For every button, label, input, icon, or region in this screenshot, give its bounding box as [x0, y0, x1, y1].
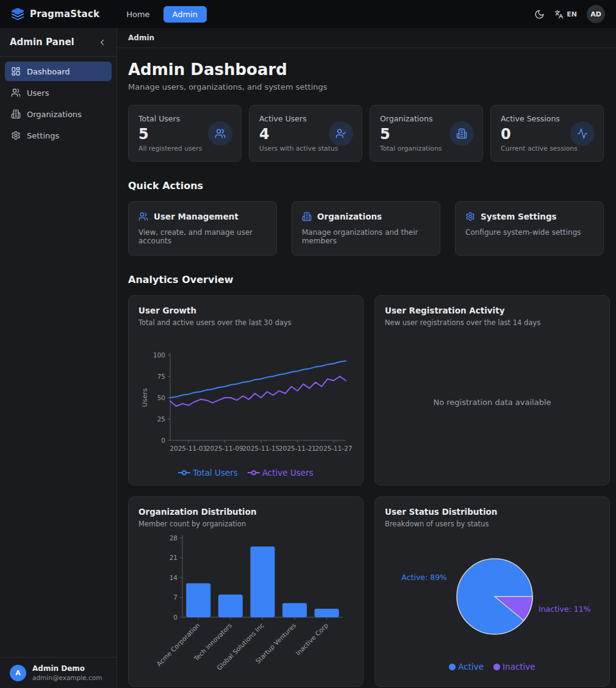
chart-subtitle: Total and active users over the last 30 … [138, 318, 353, 327]
chart-subtitle: New user registrations over the last 14 … [385, 318, 600, 327]
sidebar-title: Admin Panel [10, 37, 74, 48]
nav-link-admin[interactable]: Admin [163, 6, 207, 23]
quick-action-description: View, create, and manage user accounts [138, 228, 267, 245]
user-status-card: User Status Distribution Breakdown of us… [374, 496, 610, 687]
chart-subtitle: Member count by organization [138, 520, 353, 528]
admin-sidebar: Admin Panel Dashboard Users [0, 28, 117, 688]
nav-links: Home Admin [120, 6, 534, 23]
sidebar-item-dashboard[interactable]: Dashboard [5, 62, 112, 81]
svg-text:Users: Users [141, 388, 149, 407]
user-avatar[interactable]: AD [587, 5, 605, 23]
top-navbar: PragmaStack Home Admin EN AD [0, 0, 616, 28]
svg-text:2025-11-21: 2025-11-21 [279, 445, 316, 452]
stat-card-active-sessions: Active Sessions 0 Current active session… [490, 105, 604, 162]
sidebar-item-label: Users [27, 88, 49, 98]
analytics-heading: Analytics Overview [128, 274, 604, 285]
theme-toggle-button[interactable] [534, 9, 545, 20]
quick-action-description: Configure system-wide settings [465, 228, 593, 237]
chart-title: User Registration Activity [385, 306, 600, 315]
chart-subtitle: Breakdown of users by status [385, 520, 600, 528]
quick-action-title: User Management [154, 212, 238, 221]
users-icon [11, 88, 21, 98]
svg-text:2025-11-15: 2025-11-15 [242, 445, 279, 452]
legend-dot-icon [493, 664, 500, 670]
user-email: admin@example.com [32, 674, 102, 681]
svg-text:Active: 89%: Active: 89% [401, 573, 447, 582]
user-check-icon [329, 121, 353, 146]
language-selector[interactable]: EN [554, 10, 577, 19]
main-area: Admin Admin Dashboard Manage users, orga… [117, 28, 616, 688]
legend-entry[interactable]: Active [449, 662, 484, 672]
svg-text:75: 75 [157, 373, 165, 380]
charts-grid: User Growth Total and active users over … [128, 295, 604, 687]
sidebar-item-settings[interactable]: Settings [5, 126, 112, 145]
legend-entry[interactable]: Inactive [493, 662, 535, 672]
stat-card-organizations: Organizations 5 Total organizations [370, 105, 483, 162]
stat-description: Users with active status [259, 145, 352, 152]
registration-activity-card: User Registration Activity New user regi… [374, 295, 610, 486]
svg-text:28: 28 [170, 534, 177, 541]
quick-action-user-management[interactable]: User Management View, create, and manage… [128, 201, 277, 256]
svg-text:100: 100 [153, 351, 165, 359]
gear-icon [465, 212, 475, 221]
user-growth-line-chart: 02550751002025-11-032025-11-092025-11-15… [138, 350, 353, 462]
empty-state-text: No registration data available [433, 398, 551, 407]
quick-actions-grid: User Management View, create, and manage… [128, 201, 604, 256]
stat-description: Total organizations [380, 145, 473, 152]
user-growth-card: User Growth Total and active users over … [128, 295, 364, 486]
svg-text:50: 50 [157, 394, 165, 401]
sidebar-item-label: Dashboard [27, 67, 70, 76]
user-initial-avatar: A [10, 665, 26, 681]
pie-chart-legend: ActiveInactive [449, 662, 535, 672]
stat-description: Current active sessions [501, 145, 593, 152]
quick-action-organizations[interactable]: Organizations Manage organizations and t… [292, 201, 440, 256]
quick-action-title: System Settings [481, 212, 557, 221]
users-icon [208, 121, 232, 146]
svg-text:7: 7 [173, 593, 177, 601]
activity-icon [570, 121, 595, 146]
svg-text:21: 21 [170, 554, 177, 561]
quick-action-system-settings[interactable]: System Settings Configure system-wide se… [455, 201, 604, 256]
svg-text:Inactive: 11%: Inactive: 11% [539, 604, 591, 614]
building-icon [302, 212, 312, 221]
sidebar-header: Admin Panel [0, 28, 116, 57]
sidebar-collapse-button[interactable] [98, 38, 107, 47]
sidebar-item-users[interactable]: Users [5, 83, 112, 102]
quick-action-title: Organizations [317, 212, 382, 221]
stat-card-total-users: Total Users 5 All registered users [128, 105, 242, 162]
org-distribution-card: Organization Distribution Member count b… [128, 496, 364, 687]
breadcrumb-item[interactable]: Admin [128, 34, 154, 42]
users-icon [138, 212, 148, 221]
page-title: Admin Dashboard [128, 60, 604, 79]
app-root: PragmaStack Home Admin EN AD Ad [0, 0, 616, 688]
gear-icon [11, 131, 21, 140]
building-icon [449, 121, 474, 146]
legend-entry[interactable]: Total Users [178, 468, 238, 478]
chart-title: Organization Distribution [138, 507, 353, 517]
page-subtitle: Manage users, organizations, and system … [128, 82, 604, 91]
svg-text:14: 14 [170, 573, 178, 581]
svg-text:2025-11-27: 2025-11-27 [315, 445, 353, 452]
brand[interactable]: PragmaStack [11, 7, 99, 21]
chart-title: User Status Distribution [385, 507, 600, 517]
sidebar-nav: Dashboard Users Organizations [0, 57, 116, 657]
sidebar-item-label: Settings [27, 131, 59, 140]
line-marker-icon [178, 470, 190, 476]
legend-entry[interactable]: Active Users [248, 468, 313, 478]
breadcrumb: Admin [117, 28, 616, 48]
nav-link-home[interactable]: Home [120, 6, 156, 23]
sidebar-item-organizations[interactable]: Organizations [5, 104, 112, 124]
line-marker-icon [248, 470, 260, 476]
svg-text:Inactive Corp: Inactive Corp [294, 621, 329, 656]
sidebar-user-info[interactable]: A Admin Demo admin@example.com [0, 657, 116, 688]
language-label: EN [567, 10, 577, 18]
dashboard-icon [11, 66, 21, 76]
svg-text:2025-11-09: 2025-11-09 [206, 445, 243, 452]
chevron-left-icon [98, 38, 107, 47]
layers-logo-icon [11, 7, 24, 21]
quick-actions-heading: Quick Actions [128, 180, 604, 192]
svg-text:2025-11-03: 2025-11-03 [170, 445, 207, 452]
legend-dot-icon [449, 664, 456, 670]
svg-text:25: 25 [157, 415, 165, 423]
sidebar-item-label: Organizations [27, 110, 82, 119]
